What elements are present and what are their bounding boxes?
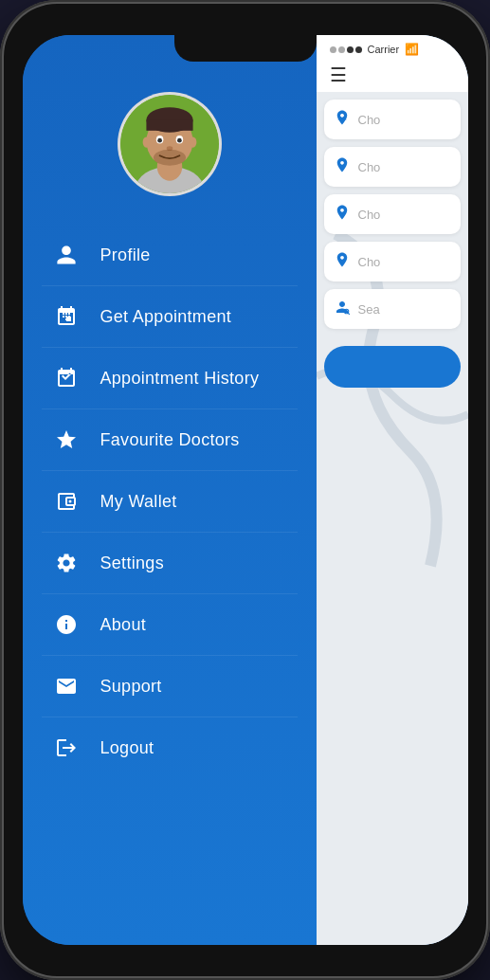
option-row-3[interactable]: Cho: [324, 194, 461, 234]
option-row-1[interactable]: Cho: [324, 100, 461, 139]
option-row-search[interactable]: Sea: [324, 289, 461, 329]
option-label-4: Cho: [358, 255, 381, 269]
menu-label-support: Support: [100, 677, 162, 697]
option-icon-2: [334, 156, 351, 177]
svg-point-13: [142, 136, 150, 147]
action-button[interactable]: [324, 346, 461, 388]
hamburger-icon: ☰: [330, 64, 347, 85]
phone-frame: Profile Get Appointment: [0, 0, 490, 980]
option-label-1: Cho: [358, 113, 381, 127]
menu-item-logout[interactable]: Logout: [42, 717, 298, 778]
svg-rect-6: [146, 119, 192, 130]
screen: Profile Get Appointment: [23, 35, 468, 945]
menu-label-favourite-doctors: Favourite Doctors: [100, 430, 240, 450]
carrier-label: Carrier: [368, 44, 400, 55]
svg-point-17: [340, 114, 343, 117]
menu-label-my-wallet: My Wallet: [100, 492, 177, 512]
option-icon-1: [334, 109, 351, 130]
menu-label-about: About: [100, 615, 147, 635]
menu-label-get-appointment: Get Appointment: [100, 307, 232, 327]
menu-list: Profile Get Appointment: [23, 225, 317, 778]
option-label-search: Sea: [358, 302, 380, 317]
info-icon: [51, 609, 82, 640]
menu-item-profile[interactable]: Profile: [42, 225, 298, 286]
signal-area: Carrier 📶: [330, 43, 420, 56]
option-label-2: Cho: [358, 160, 381, 174]
menu-item-appointment-history[interactable]: Appointment History: [42, 348, 298, 409]
main-content-area: Carrier 📶 ☰: [317, 35, 468, 945]
navigation-drawer: Profile Get Appointment: [23, 35, 317, 945]
option-row-2[interactable]: Cho: [324, 147, 461, 187]
avatar-container: [23, 92, 317, 196]
map-background: Cho Cho: [317, 92, 468, 945]
menu-item-support[interactable]: Support: [42, 656, 298, 717]
gear-icon: [51, 548, 82, 578]
star-icon: [51, 425, 82, 455]
calendar-check-icon: [51, 363, 82, 393]
svg-line-19: [348, 313, 349, 314]
option-icon-3: [334, 204, 351, 225]
svg-point-15: [68, 500, 71, 503]
menu-item-my-wallet[interactable]: My Wallet: [42, 471, 298, 533]
option-icon-4: [334, 251, 351, 272]
person-icon: [51, 240, 82, 270]
signal-dot-2: [338, 46, 345, 53]
menu-label-profile: Profile: [100, 245, 151, 265]
hamburger-button[interactable]: ☰: [317, 60, 468, 94]
logout-icon: [51, 733, 82, 763]
menu-label-appointment-history: Appointment History: [100, 369, 260, 389]
menu-item-get-appointment[interactable]: Get Appointment: [42, 286, 298, 348]
svg-point-14: [189, 136, 196, 147]
svg-point-10: [177, 138, 182, 143]
wifi-icon: 📶: [405, 43, 419, 56]
menu-item-favourite-doctors[interactable]: Favourite Doctors: [42, 409, 298, 471]
envelope-icon: [51, 671, 82, 701]
status-bar: Carrier 📶: [317, 35, 468, 60]
menu-label-settings: Settings: [100, 554, 164, 573]
signal-dot-1: [330, 46, 336, 53]
option-row-4[interactable]: Cho: [324, 242, 461, 281]
signal-dot-4: [355, 46, 362, 53]
calendar-plus-icon: [51, 301, 82, 332]
svg-point-9: [157, 138, 162, 143]
menu-item-about[interactable]: About: [42, 594, 298, 656]
menu-label-logout: Logout: [100, 738, 154, 758]
phone-screen: Profile Get Appointment: [23, 35, 468, 945]
svg-point-12: [153, 150, 185, 166]
signal-dot-3: [347, 46, 354, 53]
notch: [174, 35, 317, 62]
option-label-3: Cho: [358, 208, 381, 222]
menu-item-settings[interactable]: Settings: [42, 533, 298, 594]
avatar: [118, 92, 222, 196]
search-person-icon: [334, 299, 351, 319]
wallet-icon: [51, 486, 82, 517]
